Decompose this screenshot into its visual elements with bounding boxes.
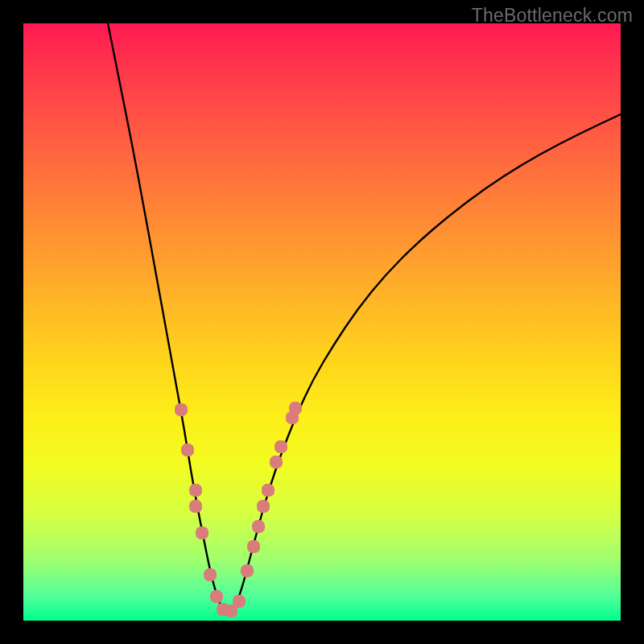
marker-dot xyxy=(257,500,270,513)
marker-dot xyxy=(233,595,246,608)
marker-dot xyxy=(210,590,223,603)
marker-dot xyxy=(204,568,217,581)
marker-group xyxy=(175,402,302,617)
marker-dot xyxy=(262,484,275,497)
gradient-plot-area xyxy=(23,23,621,621)
marker-dot xyxy=(252,520,265,533)
marker-dot xyxy=(247,540,260,553)
chart-frame: TheBottleneck.com xyxy=(0,0,644,644)
marker-dot xyxy=(189,484,202,497)
marker-dot xyxy=(289,402,302,415)
marker-dot xyxy=(275,440,287,453)
marker-dot xyxy=(270,456,283,469)
bottleneck-curve xyxy=(108,23,621,614)
marker-dot xyxy=(196,526,208,539)
marker-dot xyxy=(175,403,188,416)
marker-dot xyxy=(189,500,202,513)
marker-dot xyxy=(241,564,254,577)
marker-dot xyxy=(181,444,194,456)
bottleneck-curve-svg xyxy=(23,23,621,621)
